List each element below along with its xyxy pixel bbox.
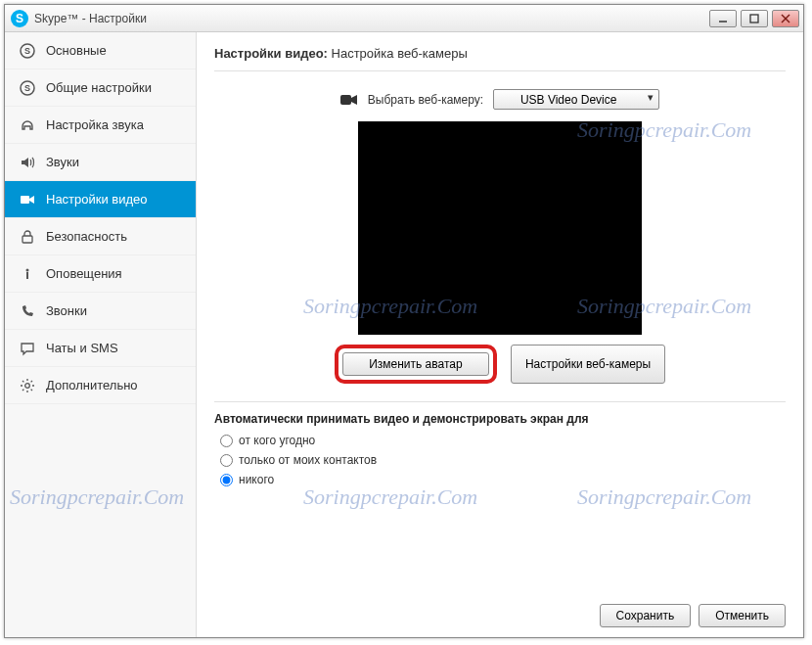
svg-text:S: S	[24, 46, 30, 56]
sidebar-item-advanced[interactable]: Дополнительно	[5, 367, 196, 404]
info-icon	[19, 265, 36, 283]
camera-icon	[340, 94, 358, 106]
sidebar-item-calls[interactable]: Звонки	[5, 293, 196, 330]
sidebar-item-chats[interactable]: Чаты и SMS	[5, 330, 196, 367]
sidebar-item-label: Звонки	[46, 303, 87, 318]
chat-icon	[19, 340, 36, 357]
window-title: Skype™ - Настройки	[34, 12, 147, 25]
close-button[interactable]	[772, 10, 799, 27]
svg-point-10	[26, 268, 29, 271]
skype-small-icon: S	[19, 42, 36, 60]
save-button[interactable]: Сохранить	[600, 604, 692, 627]
svg-rect-9	[23, 236, 32, 243]
svg-rect-13	[340, 95, 351, 105]
skype-icon: S	[11, 10, 28, 27]
auto-accept-title: Автоматически принимать видео и демонстр…	[214, 412, 786, 426]
radio-label: только от моих контактов	[239, 453, 377, 467]
highlight-annotation: Изменить аватар	[335, 345, 497, 384]
sidebar: S Основные S Общие настройки Настройка з…	[5, 32, 197, 637]
cancel-button[interactable]: Отменить	[699, 604, 786, 627]
svg-text:S: S	[24, 83, 30, 93]
camera-icon	[19, 191, 36, 208]
sidebar-item-audio[interactable]: Настройка звука	[5, 107, 196, 144]
phone-icon	[19, 302, 36, 320]
gear-icon	[19, 377, 36, 394]
titlebar[interactable]: S Skype™ - Настройки	[5, 5, 803, 32]
sidebar-item-notifications[interactable]: Оповещения	[5, 255, 196, 293]
svg-rect-1	[750, 15, 758, 23]
webcam-preview	[358, 121, 642, 335]
speaker-icon	[19, 154, 36, 171]
radio-anyone-input[interactable]	[220, 435, 233, 447]
select-webcam-label: Выбрать веб-камеру:	[368, 93, 483, 107]
lock-icon	[19, 228, 36, 246]
webcam-select[interactable]: USB Video Device	[493, 89, 659, 110]
radio-nobody-input[interactable]	[220, 474, 233, 486]
svg-point-12	[25, 383, 30, 388]
sidebar-item-sounds[interactable]: Звуки	[5, 144, 196, 181]
settings-window: S Skype™ - Настройки S Основные S Общие …	[4, 4, 804, 638]
sidebar-item-video[interactable]: Настройки видео	[5, 181, 196, 218]
sidebar-item-label: Основные	[46, 43, 107, 58]
radio-nobody[interactable]: никого	[220, 473, 786, 486]
skype-small-icon: S	[19, 79, 36, 97]
sidebar-item-label: Безопасность	[46, 229, 127, 244]
sidebar-item-label: Настройки видео	[46, 192, 148, 207]
sidebar-item-common[interactable]: S Общие настройки	[5, 69, 196, 107]
svg-rect-11	[26, 272, 28, 279]
radio-label: никого	[239, 473, 274, 486]
sidebar-item-security[interactable]: Безопасность	[5, 218, 196, 255]
sidebar-item-general[interactable]: S Основные	[5, 32, 196, 69]
auto-accept-group: от кого угодно только от моих контактов …	[214, 434, 786, 486]
divider	[214, 401, 786, 402]
sidebar-item-label: Оповещения	[46, 266, 122, 281]
sidebar-item-label: Общие настройки	[46, 80, 152, 95]
radio-contacts[interactable]: только от моих контактов	[220, 453, 786, 467]
content-area: Настройки видео: Настройка веб-камеры Вы…	[197, 32, 803, 637]
radio-anyone[interactable]: от кого угодно	[220, 434, 786, 447]
radio-contacts-input[interactable]	[220, 454, 233, 467]
sidebar-item-label: Звуки	[46, 155, 79, 169]
sidebar-item-label: Чаты и SMS	[46, 341, 118, 355]
maximize-button[interactable]	[741, 10, 768, 27]
sidebar-item-label: Дополнительно	[46, 378, 138, 392]
sidebar-item-label: Настройка звука	[46, 117, 144, 132]
minimize-button[interactable]	[709, 10, 737, 27]
svg-rect-8	[21, 196, 29, 204]
content-header: Настройки видео: Настройка веб-камеры	[214, 46, 786, 71]
webcam-settings-button[interactable]: Настройки веб-камеры	[511, 345, 665, 384]
headset-icon	[19, 116, 36, 134]
change-avatar-button[interactable]: Изменить аватар	[342, 352, 489, 376]
radio-label: от кого угодно	[239, 434, 315, 447]
